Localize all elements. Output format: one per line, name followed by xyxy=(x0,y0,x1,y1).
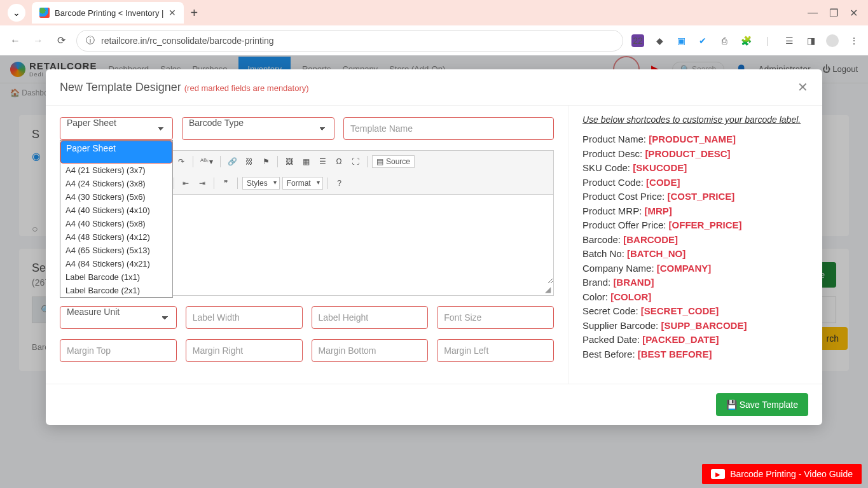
tab-favicon xyxy=(39,8,50,18)
tabs-dropdown-icon[interactable]: ⌄ xyxy=(8,4,25,22)
extensions-icon[interactable]: 🧩 xyxy=(740,34,752,47)
reading-list-icon[interactable]: ☰ xyxy=(783,34,796,47)
window-minimize-icon[interactable]: — xyxy=(808,7,818,19)
forward-icon[interactable]: → xyxy=(31,35,46,46)
menu-icon[interactable]: ⋮ xyxy=(848,34,860,47)
site-info-icon[interactable]: ⓘ xyxy=(86,35,95,46)
divider: | xyxy=(761,34,774,47)
extension-badge[interactable]: 22 xyxy=(631,34,644,47)
tab-title: Barcode Printing < Inventory | xyxy=(55,8,163,18)
extension-icon[interactable]: ⎙ xyxy=(718,34,731,47)
profile-avatar[interactable] xyxy=(826,34,839,47)
window-maximize-icon[interactable]: ❐ xyxy=(829,7,838,19)
extension-icon[interactable]: ◆ xyxy=(653,34,666,47)
close-icon[interactable]: ✕ xyxy=(169,8,176,18)
extension-icon[interactable]: ▣ xyxy=(675,34,687,47)
back-icon[interactable]: ← xyxy=(8,35,23,46)
extension-icon[interactable]: ✔ xyxy=(696,34,709,47)
address-bar[interactable]: ⓘ retailcore.in/rc_consolidate/barcode-p… xyxy=(76,30,623,52)
url-text: retailcore.in/rc_consolidate/barcode-pri… xyxy=(101,36,274,46)
browser-tab[interactable]: Barcode Printing < Inventory | ✕ xyxy=(32,2,184,24)
reload-icon[interactable]: ⟳ xyxy=(53,34,69,46)
side-panel-icon[interactable]: ◨ xyxy=(804,34,817,47)
browser-chrome: ⌄ Barcode Printing < Inventory | ✕ + — ❐… xyxy=(0,0,868,55)
new-tab-button[interactable]: + xyxy=(190,6,198,20)
window-close-icon[interactable]: ✕ xyxy=(850,7,858,19)
